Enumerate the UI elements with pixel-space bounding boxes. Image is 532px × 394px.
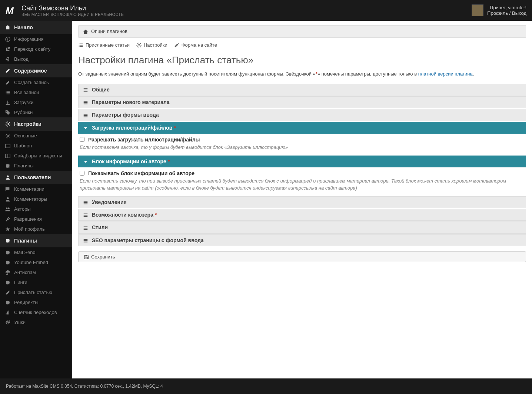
sidebar-group-label: Плагины: [14, 238, 37, 244]
panel-header[interactable]: SEO параметры страницы с формой ввода: [78, 234, 526, 246]
home-icon: [5, 25, 10, 30]
sidebar-item[interactable]: Переход к сайту: [0, 44, 72, 54]
panel-header[interactable]: Параметры нового материала: [78, 96, 526, 108]
info-icon: [5, 36, 10, 42]
sidebar-item-label: Прислать статью: [14, 290, 52, 295]
pencil-icon: [5, 80, 10, 85]
chevron-down-icon: [83, 158, 88, 164]
save-button[interactable]: Сохранить: [78, 251, 526, 263]
sidebar-item[interactable]: Mail Send: [0, 247, 72, 257]
menu-icon: [83, 199, 88, 205]
sidebar-group-header[interactable]: Содержимое: [0, 64, 72, 77]
paid-version-link[interactable]: платной версии плагина: [418, 71, 473, 77]
page-title: Настройки плагина «Прислать статью»: [78, 54, 526, 66]
puzzle-icon: [5, 260, 10, 265]
checkbox-row: Разрешать загружать иллюстрации/файлы: [80, 137, 525, 143]
sidebar-item-label: Рубрики: [14, 110, 33, 115]
sidebar-item[interactable]: Комментарии: [0, 184, 72, 194]
sidebar-item-label: Youtube Embed: [14, 260, 48, 265]
sidebar-item[interactable]: Шаблон: [0, 141, 72, 151]
page-description: От заданных значений опциям будет зависе…: [78, 70, 526, 78]
list-icon: [78, 42, 83, 48]
asterisk-icon: *: [155, 212, 157, 218]
panel-header[interactable]: Загрузка иллюстраций/файлов *: [78, 122, 526, 134]
sidebar-item[interactable]: Редиректы: [0, 297, 72, 307]
sidebar-item[interactable]: Создать запись: [0, 77, 72, 87]
sidebar-item[interactable]: Загрузки: [0, 97, 72, 107]
avatar: [472, 4, 483, 16]
sidebar-item-label: Mail Send: [14, 250, 36, 255]
menu-icon: [83, 112, 88, 118]
subnav-label: Присланные статьи: [86, 42, 130, 48]
hint-text: Если поставлена галочка, то у формы буде…: [80, 144, 525, 151]
columns-icon: [5, 153, 10, 158]
panel-header[interactable]: Блок информации об авторе *: [78, 156, 526, 167]
panel-title: SEO параметры страницы с формой ввода: [92, 237, 204, 243]
sidebar-item[interactable]: Мой профиль: [0, 224, 72, 234]
sidebar-item[interactable]: Счетчик переходов: [0, 307, 72, 317]
site-info: Сайт Земскова Ильи Веб-мастер. Воплощаю …: [21, 4, 124, 17]
panel-body: Разрешать загружать иллюстрации/файлыЕсл…: [78, 134, 526, 155]
sidebar-item[interactable]: Информация: [0, 34, 72, 44]
sidebar-item-label: Создать запись: [14, 80, 49, 85]
footer: Работает на MaxSite CMS 0.854. Статистик…: [0, 378, 532, 394]
sidebar-item[interactable]: Все записи: [0, 87, 72, 97]
sidebar-item[interactable]: Сайдбары и виджеты: [0, 151, 72, 161]
sidebar-item[interactable]: Выход: [0, 54, 72, 64]
sidebar-item-label: Переход к сайту: [14, 46, 50, 52]
sidebar-item[interactable]: Прислать статью: [0, 287, 72, 297]
sidebar-item-label: Все записи: [14, 90, 39, 95]
sidebar-item[interactable]: Рубрики: [0, 107, 72, 117]
sidebar-group-header[interactable]: Настройки: [0, 117, 72, 131]
sidebar-group-header[interactable]: Начало: [0, 21, 72, 34]
subnav: Присланные статьиНастройкиФорма на сайте: [78, 42, 526, 48]
sidebar-item-label: Комментарии: [14, 186, 44, 192]
panel-title: Блок информации об авторе *: [92, 158, 170, 164]
sidebar-item[interactable]: Основные: [0, 131, 72, 141]
site-title: Сайт Земскова Ильи: [21, 4, 124, 12]
sidebar-item[interactable]: Антиспам: [0, 267, 72, 277]
edit-icon: [5, 68, 10, 74]
sidebar-item[interactable]: Комментаторы: [0, 194, 72, 204]
sidebar-item[interactable]: Youtube Embed: [0, 257, 72, 267]
exit-icon: [5, 56, 10, 62]
checkbox[interactable]: [80, 171, 84, 176]
checkbox[interactable]: [80, 137, 84, 142]
sidebar-item[interactable]: Разрешения: [0, 214, 72, 224]
sidebar-item-label: Сайдбары и виджеты: [14, 153, 62, 158]
sidebar-item[interactable]: Пинги: [0, 277, 72, 287]
sidebar-group-header[interactable]: Пользователи: [0, 171, 72, 184]
sidebar-item-label: Комментаторы: [14, 196, 47, 202]
panel-header[interactable]: Общие: [78, 84, 526, 96]
sidebar-item-label: Плагины: [14, 163, 34, 168]
refresh-icon: [5, 320, 10, 325]
profile-link[interactable]: Профиль: [487, 10, 508, 16]
user-icon: [5, 196, 10, 202]
panel-title: Параметры формы ввода: [92, 112, 159, 118]
asterisk-icon: *: [174, 125, 176, 131]
comments-icon: [5, 186, 10, 192]
sidebar-item[interactable]: Ушки: [0, 317, 72, 327]
sidebar-item[interactable]: Авторы: [0, 204, 72, 214]
cogs-icon: [5, 121, 10, 127]
external-icon: [5, 46, 10, 52]
subnav-item[interactable]: Присланные статьи: [78, 42, 130, 48]
logout-link[interactable]: Выход: [512, 10, 526, 16]
panel-header[interactable]: Стили: [78, 221, 526, 233]
save-button-label: Сохранить: [91, 254, 115, 260]
cog-icon: [5, 133, 10, 138]
subnav-label: Настройки: [144, 42, 167, 48]
home-icon: [83, 29, 88, 34]
puzzle-icon: [5, 250, 10, 255]
panel-header[interactable]: Возможности комюзера *: [78, 209, 526, 221]
subnav-item[interactable]: Настройки: [136, 42, 167, 48]
sidebar-item[interactable]: Плагины: [0, 161, 72, 171]
menu-icon: [83, 224, 88, 230]
sidebar-group-header[interactable]: Плагины: [0, 234, 72, 247]
sidebar-item-label: Шаблон: [14, 143, 32, 148]
settings-panels: ОбщиеПараметры нового материалаПараметры…: [78, 83, 526, 246]
panel-title: Стили: [92, 224, 108, 230]
panel-header[interactable]: Параметры формы ввода: [78, 109, 526, 121]
subnav-item[interactable]: Форма на сайте: [174, 42, 217, 48]
panel-header[interactable]: Уведомления: [78, 196, 526, 208]
